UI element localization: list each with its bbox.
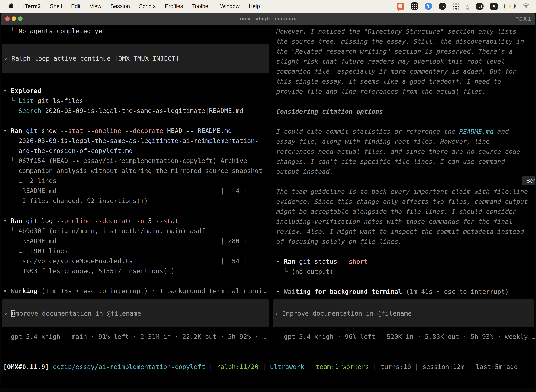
terminal-line: the "Related research writing" section i… — [276, 46, 528, 56]
terminal-line — [3, 276, 266, 286]
menu-item-edit[interactable]: Edit — [71, 3, 80, 9]
menu-item-window[interactable]: Window — [220, 3, 239, 9]
terminal-line: • Ran git status --short — [276, 257, 528, 267]
right-prompt-input[interactable]: › Improve documentation in @filename — [273, 299, 534, 327]
left-terminal-pane[interactable]: └ No agents completed yet › Ralph loop a… — [1, 25, 271, 356]
terminal-line: └ 067f154 (HEAD -> essay/ai-reimplementa… — [3, 156, 266, 166]
terminal-line: └ List git ls-files — [3, 96, 266, 106]
terminal-line: 2 files changed, 92 insertions(+) — [3, 196, 266, 206]
menu-item-shell[interactable]: Shell — [50, 3, 62, 9]
terminal-line: • Working (11m 13s • esc to interrupt) ·… — [3, 286, 266, 296]
terminal-line: README.md | 4 + — [3, 186, 266, 196]
terminal-line: references need actual files, and since … — [276, 146, 528, 156]
squiggle-icon[interactable]: ᶊ — [466, 2, 469, 10]
terminal-line: slight risk that future readers may over… — [276, 56, 528, 66]
terminal-line — [276, 96, 528, 107]
terminal-line: • Ran git log --oneline --decorate -n 5 … — [3, 216, 266, 226]
menu-item-iterm2[interactable]: iTerm2 — [23, 3, 41, 9]
right-pane-lines: However, I noticed the "Directory Struct… — [276, 26, 528, 297]
right-terminal-pane[interactable]: However, I noticed the "Directory Struct… — [271, 25, 535, 356]
window-shortcut-badge: ⌥⌘1 — [516, 13, 531, 25]
left-pane-top-lines: └ No agents completed yet — [3, 26, 106, 36]
right-prompt-line: › Improve documentation in @filename — [273, 310, 412, 317]
terminal-line: Search 2026-03-09-is-legal-the-same-as-l… — [3, 106, 266, 116]
menu-item-scripts[interactable]: Scripts — [139, 3, 156, 9]
terminal-line: might be acceptable alongside the file l… — [276, 206, 528, 217]
omx-status-bar: [OMX#0.11.9] cczip/essay/ai-reimplementa… — [3, 362, 518, 372]
terminal-line: However, I noticed the "Directory Struct… — [276, 26, 528, 36]
terminal-line: └ No agents completed yet — [3, 26, 106, 36]
wifi-icon[interactable] — [521, 2, 529, 10]
terminal-line — [276, 277, 528, 287]
terminal-line: companion file, especially if more comme… — [276, 66, 528, 76]
terminal-line: src/voice/voiceModeEnabled.ts | 54 + — [3, 256, 266, 266]
terminal-line: • Ran git show --stat --oneline --decora… — [3, 126, 266, 136]
terminal-line: essay file, along with finding root file… — [276, 136, 528, 146]
shield-grid-icon[interactable] — [411, 2, 418, 10]
menu-bar: iTerm2ShellEditViewSessionScriptsProfile… — [0, 0, 536, 13]
menu-item-profiles[interactable]: Profiles — [165, 3, 183, 9]
left-prompt-input[interactable]: › Improve documentation in @filename — [2, 299, 269, 327]
terminal-line — [3, 116, 266, 126]
ralph-inject-box[interactable]: › Ralph loop active continue [OMX_TMUX_I… — [2, 44, 269, 73]
terminal-line: 2026-03-09-is-legal-the-same-as-legitima… — [3, 136, 266, 146]
dark-wedge-icon[interactable] — [439, 2, 446, 10]
left-model-status: gpt-5.4 xhigh · main · 91% left · 2.31M … — [11, 331, 266, 342]
right-model-status: gpt-5.4 xhigh · 96% left · 520K in · 5.8… — [284, 331, 535, 342]
terminal-line: and-the-erosion-of-copyleft.md — [3, 146, 266, 156]
menu-item-view[interactable]: View — [90, 3, 101, 9]
terminal-line: evidence. Since this change only affects… — [276, 196, 528, 206]
terminal-line: Considering citation options — [276, 107, 528, 117]
terminal-line: The team guideline is to back every impo… — [276, 187, 528, 196]
dots-grid-icon[interactable] — [453, 2, 459, 10]
terminal-line: 1903 files changed, 513517 insertions(+) — [3, 266, 266, 276]
terminal-line: review. Also, I might want to inspect th… — [276, 227, 528, 237]
terminal-line: • Waiting for background terminal (1m 41… — [276, 287, 528, 297]
terminal-line — [276, 117, 528, 126]
screen-overlay-badge: Scre — [522, 176, 535, 185]
menu-item-help[interactable]: Help — [249, 3, 260, 9]
blue-badge-icon[interactable] — [425, 2, 432, 10]
terminal-line: this single essay, it seems like a good … — [276, 76, 528, 86]
left-prompt-line: › Improve documentation in @filename — [2, 310, 141, 317]
iterm-window: omx --xhigh --madmax ⌥⌘1 └ No agents com… — [1, 13, 535, 388]
chat-app-icon[interactable] — [397, 2, 404, 10]
terminal-line — [276, 177, 528, 187]
menu-status-icons: ᶊ ..61 A ⚡ — [397, 2, 536, 10]
terminal-line: output instead. — [276, 167, 528, 177]
left-pane-log-lines: • Explored └ List git ls-files Search 20… — [3, 86, 266, 296]
battery-icon[interactable]: ⚡ — [504, 2, 515, 10]
battery-percent-badge[interactable]: ..61 — [475, 2, 483, 10]
terminal-line: including verification notes with those … — [276, 217, 528, 227]
terminal-area: └ No agents completed yet › Ralph loop a… — [1, 25, 535, 388]
terminal-line: of focusing solely on file lines. — [276, 237, 528, 247]
apple-icon — [9, 3, 14, 9]
window-title: omx --xhigh --madmax — [1, 13, 535, 25]
menu-item-toolbelt[interactable]: Toolbelt — [192, 3, 211, 9]
menu-item-session[interactable]: Session — [110, 3, 130, 9]
terminal-line: changes, I can't cite specific file line… — [276, 156, 528, 167]
terminal-line: └ 4b9d30f (origin/main, instructkr/main,… — [3, 226, 266, 236]
terminal-line: provide file and line references from th… — [276, 86, 528, 96]
terminal-line: … +1901 lines — [3, 246, 266, 256]
menu-items: iTerm2ShellEditViewSessionScriptsProfile… — [0, 3, 260, 10]
terminal-line: companion analysis without altering the … — [3, 166, 266, 176]
terminal-line — [3, 206, 266, 216]
terminal-line — [276, 247, 528, 257]
terminal-line: the source tree, missing the essay. Stil… — [276, 36, 528, 46]
terminal-line: └ (no output) — [276, 267, 528, 277]
right-pane-border — [271, 355, 535, 355]
left-pane-border — [1, 355, 271, 355]
terminal-line: README.md | 280 + — [3, 236, 266, 246]
apple-menu[interactable] — [9, 3, 14, 10]
ralph-inject-line: › Ralph loop active continue [OMX_TMUX_I… — [2, 55, 179, 62]
terminal-line: • Explored — [3, 86, 266, 96]
keyboard-input-icon[interactable]: A — [490, 2, 498, 10]
window-titlebar[interactable]: omx --xhigh --madmax ⌥⌘1 — [1, 13, 535, 25]
terminal-line: I could cite commit statistics or refere… — [276, 126, 528, 136]
terminal-line: … +2 lines — [3, 176, 266, 186]
